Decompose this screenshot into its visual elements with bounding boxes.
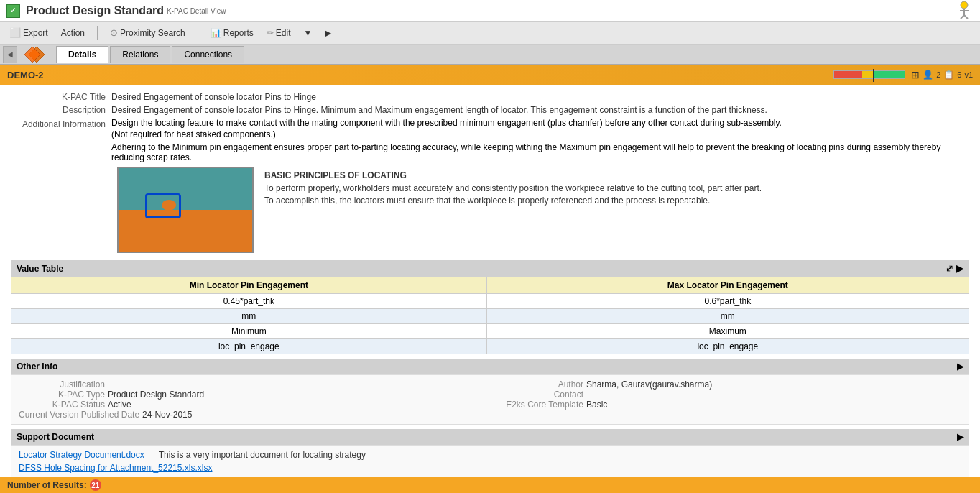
author-value: Sharma, Gaurav(gaurav.sharma) [586, 379, 712, 390]
basic-principles-text-1: To perform properly, workholders must ac… [264, 183, 969, 193]
product-icon [23, 45, 50, 64]
img-teal-bg [119, 168, 252, 214]
kpac-type-label: K-PAC Type [19, 390, 105, 400]
current-version-value: 24-Nov-2015 [142, 410, 192, 420]
other-info-header[interactable]: Other Info ▶ [11, 359, 969, 374]
author-label: Author [497, 379, 583, 390]
down-arrow-button[interactable]: ▼ [300, 26, 315, 40]
progress-bar-container [833, 70, 905, 79]
bar-controls: ⊞ 👤 2 📋 6 v1 [833, 69, 973, 80]
support-doc-section: Support Document ▶ Locator Strategy Docu… [11, 429, 969, 477]
additional-info-text-2: (Not required for heat staked components… [111, 129, 969, 139]
description-label: Description [11, 105, 111, 115]
version-label: v1 [964, 70, 973, 79]
toolbar: ⬜ Export Action ⊙ Proximity Search 📊 Rep… [0, 22, 980, 45]
support-doc-header[interactable]: Support Document ▶ [11, 429, 969, 445]
contact-row: Contact [497, 390, 961, 400]
table-row: mm mm [11, 309, 969, 324]
app-logo: ✓ [6, 4, 20, 18]
main-content: K-PAC Title Desired Engagement of consol… [0, 85, 980, 477]
e2ks-value: Basic [586, 400, 607, 410]
results-badge: 21 [90, 479, 101, 491]
e2ks-row: E2ks Core Template Basic [497, 400, 961, 410]
kpac-type-row: K-PAC Type Product Design Standard [19, 390, 483, 400]
tab-details[interactable]: Details [56, 46, 108, 63]
current-version-row: Current Version Published Date 24-Nov-20… [19, 410, 483, 420]
expand-icon[interactable]: ⤢ [946, 263, 953, 274]
e2ks-label: E2ks Core Template [497, 400, 583, 410]
value-table-header-icons: ⤢ ▶ [946, 263, 963, 274]
locator-image [117, 167, 254, 253]
kpac-title-label: K-PAC Title [11, 92, 111, 102]
action-button[interactable]: Action [57, 26, 88, 40]
table-row: loc_pin_engage loc_pin_engage [11, 339, 969, 354]
justification-row: Justification [19, 379, 483, 390]
kpac-title-row: K-PAC Title Desired Engagement of consol… [11, 92, 969, 102]
reports-icon: 📊 [211, 28, 221, 38]
img-orange-bg [119, 210, 252, 252]
reports-button[interactable]: 📊 Reports [207, 26, 257, 40]
progress-bar [833, 70, 905, 79]
results-label: Number of Results: [7, 480, 87, 490]
value-table-header: Value Table ⤢ ▶ [11, 260, 969, 277]
export-button[interactable]: ⬜ Export [6, 25, 52, 40]
image-principles-section: BASIC PRINCIPLES OF LOCATING To perform … [11, 167, 969, 253]
other-info-grid: Justification K-PAC Type Product Design … [19, 379, 961, 420]
proximity-search-button[interactable]: ⊙ Proximity Search [106, 25, 189, 40]
demo-header-bar: DEMO-2 ⊞ 👤 2 📋 6 v1 [0, 65, 980, 85]
contact-label: Contact [497, 390, 583, 400]
value-table-title: Value Table [17, 264, 63, 274]
other-info-left: Justification K-PAC Type Product Design … [19, 379, 483, 420]
basic-principles-text: BASIC PRINCIPLES OF LOCATING To perform … [264, 167, 969, 253]
author-row: Author Sharma, Gaurav(gaurav.sharma) [497, 379, 961, 390]
proximity-icon: ⊙ [110, 27, 118, 38]
value-table-section: Value Table ⤢ ▶ Min Locator Pin Engageme… [11, 260, 969, 354]
app-title: Product Design Standard [26, 4, 164, 17]
user-count-icon: 👤 [923, 70, 933, 80]
nav-left-arrow[interactable]: ◀ [3, 46, 17, 63]
user-icon [954, 0, 974, 19]
additional-info-label: Additional Information [11, 118, 111, 162]
title-bar: ✓ Product Design Standard K-PAC Detail V… [0, 0, 980, 22]
kpac-status-label: K-PAC Status [19, 400, 105, 410]
tab-navigation: ◀ Details Relations Connections [0, 45, 980, 65]
kpac-title-value: Desired Engagement of console locator Pi… [111, 92, 969, 102]
support-doc-link2-row: DFSS Hole Spacing for Attachment_52215.x… [19, 463, 961, 473]
cell-4-1: loc_pin_engage [11, 339, 487, 354]
support-doc-link1[interactable]: Locator Strategy Document.docx [19, 450, 144, 460]
justification-label: Justification [19, 379, 105, 390]
edit-button[interactable]: ✏ Edit [263, 26, 295, 40]
svg-point-0 [961, 1, 968, 9]
edit-icon: ✏ [267, 28, 274, 38]
additional-info-content: Design the locating feature to make cont… [111, 118, 969, 162]
basic-principles-text-2: To accomplish this, the locators must en… [264, 195, 969, 206]
bar-icon-group: ⊞ 👤 2 📋 6 v1 [911, 69, 973, 80]
tab-icon-area [17, 44, 56, 65]
kpac-status-row: K-PAC Status Active [19, 400, 483, 410]
support-doc-title: Support Document [17, 432, 94, 442]
other-info-expand-icon: ▶ [957, 361, 963, 372]
support-doc-link1-row: Locator Strategy Document.docx This is a… [19, 450, 961, 460]
support-doc-content: Locator Strategy Document.docx This is a… [11, 445, 969, 477]
other-info-right: Author Sharma, Gaurav(gaurav.sharma) Con… [497, 379, 961, 420]
toolbar-separator-2 [198, 26, 198, 40]
cell-2-1: mm [11, 309, 487, 324]
img-orange-knob [162, 200, 176, 211]
description-row: Description Desired Engagement of consol… [11, 105, 969, 115]
cell-2-2: mm [486, 309, 969, 324]
support-doc-link2[interactable]: DFSS Hole Spacing for Attachment_52215.x… [19, 463, 212, 473]
tab-relations[interactable]: Relations [110, 46, 170, 63]
cell-1-2: 0.6*part_thk [486, 294, 969, 309]
table-row-blue: Minimum Maximum [11, 324, 969, 339]
cell-3-1: Minimum [11, 324, 487, 339]
support-doc-link1-desc: This is a very important document for lo… [159, 450, 366, 460]
current-version-label: Current Version Published Date [19, 410, 139, 420]
tab-connections[interactable]: Connections [172, 46, 244, 63]
col2-header: Max Locator Pin Engagement [486, 277, 969, 294]
down-arrow-icon: ▼ [303, 28, 312, 38]
bottom-bar: Number of Results: 21 [0, 477, 980, 493]
cell-3-2: Maximum [486, 324, 969, 339]
collapse-icon[interactable]: ▶ [956, 263, 963, 274]
basic-principles-title: BASIC PRINCIPLES OF LOCATING [264, 170, 969, 180]
right-arrow-button[interactable]: ▶ [321, 26, 335, 40]
